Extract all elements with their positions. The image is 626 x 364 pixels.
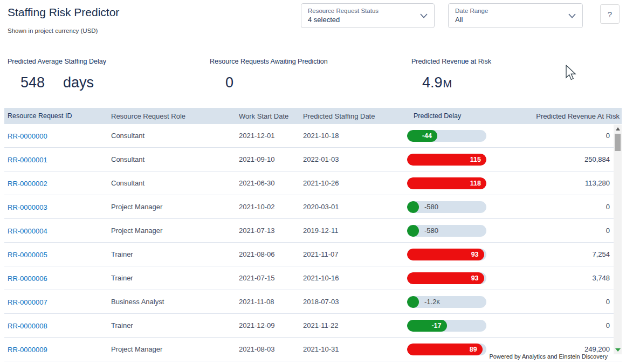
resource-request-id-link[interactable]: RR-0000005 <box>8 251 47 259</box>
predicted-staffing-date-cell: 2021-10-16 <box>303 274 407 282</box>
resource-request-role-cell: Business Analyst <box>111 298 239 306</box>
resource-request-role-cell: Consultant <box>111 179 239 187</box>
column-header-resource-request-role[interactable]: Resource Request Role <box>111 112 239 120</box>
delay-bar-fill <box>407 201 419 213</box>
resource-request-id-link[interactable]: RR-0000000 <box>8 132 47 140</box>
delay-bar-track: -580 <box>407 225 486 237</box>
work-start-date-cell: 2021-08-03 <box>239 345 303 353</box>
table-row: RR-0000000Consultant2021-12-012021-10-18… <box>4 124 622 148</box>
kpi-number: 0 <box>225 74 233 91</box>
table-body: RR-0000000Consultant2021-12-012021-10-18… <box>4 124 622 361</box>
scroll-down-arrow-icon[interactable] <box>615 348 621 352</box>
mouse-cursor-icon <box>565 65 577 81</box>
table-row: RR-0000004Project Manager2021-07-132019-… <box>4 219 622 243</box>
resource-request-id-link[interactable]: RR-0000002 <box>8 180 47 188</box>
resource-request-role-cell: Trainer <box>111 321 239 329</box>
column-header-predicted-revenue-at-risk[interactable]: Predicted Revenue At Risk <box>528 112 622 120</box>
delay-bar-track: 118 <box>407 177 486 189</box>
delay-bar-track: -17 <box>407 320 486 332</box>
resource-request-role-cell: Project Manager <box>111 203 239 211</box>
help-button[interactable]: ? <box>600 4 620 24</box>
resource-request-id-link[interactable]: RR-0000001 <box>8 156 47 164</box>
predicted-staffing-date-cell: 2021-10-18 <box>303 132 407 140</box>
predicted-staffing-date-cell: 2021-11-07 <box>303 250 407 258</box>
predicted-staffing-date-cell: 2021-11-22 <box>303 321 407 329</box>
resource-request-role-cell: Trainer <box>111 274 239 282</box>
delay-bar-track: 115 <box>407 154 486 166</box>
work-start-date-cell: 2021-10-02 <box>239 203 303 211</box>
delay-bar-fill: 118 <box>407 177 486 189</box>
predicted-staffing-date-cell: 2018-07-03 <box>303 298 407 306</box>
delay-bar-fill: 89 <box>407 344 483 355</box>
delay-bar-fill: 93 <box>407 249 484 260</box>
resource-request-id-link[interactable]: RR-0000009 <box>8 346 47 354</box>
resource-request-role-cell: Project Manager <box>111 345 239 353</box>
kpi-number: 4.9 <box>422 74 443 91</box>
filter-selected-value: 4 selected <box>308 15 379 24</box>
work-start-date-cell: 2021-07-15 <box>239 274 303 282</box>
resource-request-id-link[interactable]: RR-0000006 <box>8 274 47 283</box>
scrollbar-thumb[interactable] <box>615 134 621 151</box>
column-header-predicted-staffing-date[interactable]: Predicted Staffing Date <box>303 112 407 120</box>
table-row: RR-0000005Trainer2021-08-062021-11-07937… <box>4 243 622 266</box>
page-title: Staffing Risk Predictor <box>8 6 119 19</box>
delay-value-label: -580 <box>424 225 438 237</box>
predicted-delay-cell: -580 <box>407 225 528 237</box>
work-start-date-cell: 2021-07-13 <box>239 226 303 235</box>
delay-bar-track: 93 <box>407 272 486 284</box>
table-row: RR-0000002Consultant2021-06-302021-10-26… <box>4 171 622 195</box>
table-row: RR-0000007Business Analyst2021-11-082018… <box>4 290 622 314</box>
delay-bar-track: -580 <box>407 201 486 213</box>
delay-value-label: -1.2K <box>424 296 440 308</box>
predicted-revenue-at-risk-cell: 249,200 <box>528 345 622 353</box>
column-header-work-start-date[interactable]: Work Start Date <box>239 112 303 120</box>
kpi-value-awaiting-prediction: 0 <box>225 74 233 91</box>
kpi-number: 548 <box>20 74 45 91</box>
predicted-delay-cell: -580 <box>407 201 528 213</box>
delay-value-label: -580 <box>424 201 438 213</box>
filter-selected-value: All <box>455 15 488 24</box>
delay-bar-fill: 93 <box>407 272 484 284</box>
predicted-delay-cell: -1.2K <box>407 296 528 308</box>
resource-request-role-cell: Consultant <box>111 155 239 163</box>
predicted-revenue-at-risk-cell: 0 <box>528 321 622 329</box>
work-start-date-cell: 2021-06-30 <box>239 179 303 187</box>
work-start-date-cell: 2021-11-08 <box>239 298 303 306</box>
date-range-filter[interactable]: Date Range All <box>448 3 583 28</box>
resource-request-status-filter[interactable]: Resource Request Status 4 selected <box>301 3 435 28</box>
predicted-delay-cell: 93 <box>407 272 528 284</box>
resource-request-id-link[interactable]: RR-0000003 <box>8 203 47 211</box>
predicted-staffing-date-cell: 2022-01-03 <box>303 155 407 163</box>
work-start-date-cell: 2021-09-10 <box>239 155 303 163</box>
predicted-delay-cell: 115 <box>407 154 528 166</box>
column-header-resource-request-id[interactable]: Resource Request ID <box>8 112 111 120</box>
scroll-up-arrow-icon[interactable] <box>616 127 620 131</box>
predicted-revenue-at-risk-cell: 7,254 <box>528 250 622 258</box>
work-start-date-cell: 2021-12-01 <box>239 132 303 140</box>
predicted-revenue-at-risk-cell: 0 <box>528 132 622 140</box>
table-row: RR-0000003Project Manager2021-10-022020-… <box>4 195 622 219</box>
predicted-revenue-at-risk-cell: 113,280 <box>528 179 622 187</box>
delay-bar-track: -44 <box>407 130 486 142</box>
table-scrollbar[interactable] <box>614 125 622 354</box>
predicted-revenue-at-risk-cell: 0 <box>528 298 622 306</box>
filter-label: Date Range <box>455 7 488 15</box>
filter-label: Resource Request Status <box>308 7 379 15</box>
predicted-delay-cell: 93 <box>407 249 528 260</box>
chevron-down-icon <box>420 13 428 18</box>
predicted-staffing-date-cell: 2021-10-26 <box>303 179 407 187</box>
resource-request-id-link[interactable]: RR-0000008 <box>8 322 47 330</box>
table-header-row: Resource Request ID Resource Request Rol… <box>4 108 622 124</box>
column-header-predicted-delay[interactable]: Predicted Delay <box>407 112 528 120</box>
resource-request-role-cell: Consultant <box>111 132 239 140</box>
value-abbrev: K <box>436 299 440 305</box>
delay-bar-track: 89 <box>407 344 486 355</box>
delay-bar-fill: 115 <box>407 154 486 166</box>
chevron-down-icon <box>568 13 576 18</box>
resource-request-id-link[interactable]: RR-0000004 <box>8 227 47 235</box>
delay-bar-track: -1.2K <box>407 296 486 308</box>
delay-bar-track: 93 <box>407 249 486 260</box>
resource-request-id-link[interactable]: RR-0000007 <box>8 298 47 306</box>
work-start-date-cell: 2021-12-09 <box>239 321 303 329</box>
resource-request-role-cell: Project Manager <box>111 226 239 235</box>
